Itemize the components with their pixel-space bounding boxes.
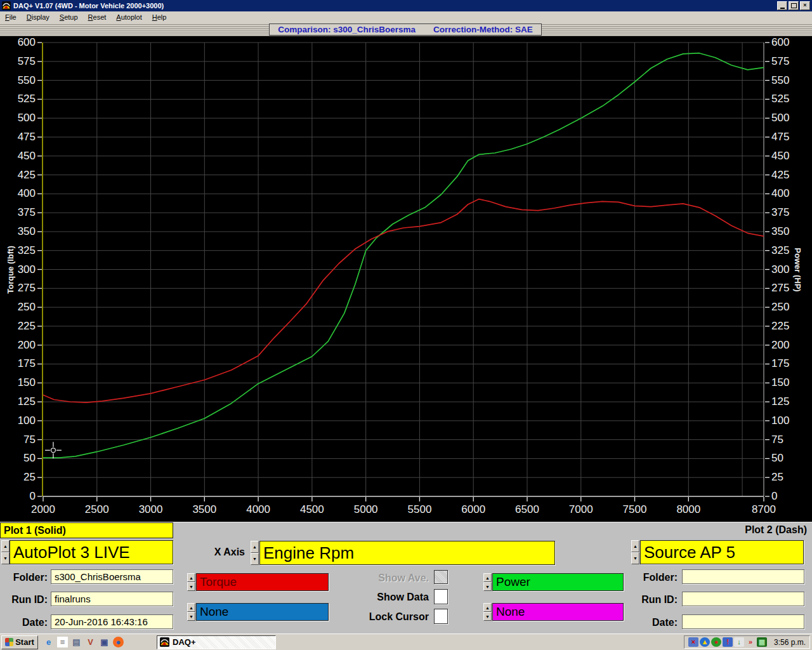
daq-application-window: DAQ+ V1.07 (4WD - Motor Vehicle 2000+300…: [0, 0, 812, 650]
plot2-date-input[interactable]: [682, 614, 804, 629]
y-axis-title-torque: Torque (lbft): [6, 246, 15, 294]
svg-text:400: 400: [18, 187, 36, 199]
windows-logo-icon: [5, 638, 13, 646]
window-switch-icon[interactable]: ▣: [99, 637, 110, 647]
svg-text:350: 350: [18, 225, 36, 237]
svg-text:75: 75: [23, 434, 36, 446]
plot1-date-label: Date:: [0, 617, 48, 628]
plot2-title: Plot 2 (Dash): [685, 524, 807, 536]
plot1-folder-input[interactable]: s300_ChrisBoersma: [51, 569, 173, 584]
show-data-checkbox[interactable]: [434, 589, 448, 604]
plot2-source-field[interactable]: Source AP 5: [640, 540, 804, 564]
menu-bar: FileDisplaySetupResetAutoplotHelp: [0, 11, 812, 23]
svg-text:3000: 3000: [139, 503, 163, 515]
taskbar-clock: 3:56 p.m.: [774, 638, 806, 647]
tray-download-icon[interactable]: ↓: [734, 637, 744, 647]
svg-text:500: 500: [18, 112, 36, 124]
svg-text:525: 525: [771, 93, 789, 105]
menu-item-help[interactable]: Help: [147, 12, 172, 22]
plot1-y1-spinner[interactable]: ▲▼: [187, 573, 195, 591]
menu-item-display[interactable]: Display: [22, 12, 55, 22]
svg-text:525: 525: [18, 93, 36, 105]
tray-offline-icon[interactable]: ×: [688, 637, 698, 647]
svg-text:6000: 6000: [461, 503, 485, 515]
x-axis-spinner[interactable]: ▲▼: [251, 541, 259, 565]
task-button-label: DAQ+: [173, 637, 195, 647]
svg-text:425: 425: [18, 169, 36, 181]
plot2-y2-spinner[interactable]: ▲▼: [483, 603, 492, 621]
menu-item-setup[interactable]: Setup: [55, 12, 83, 22]
plot1-folder-label: Folder:: [0, 572, 48, 583]
tray-network-icon[interactable]: ▦: [757, 637, 767, 647]
svg-text:6500: 6500: [515, 503, 539, 515]
internet-explorer-icon[interactable]: e: [43, 637, 54, 647]
plot-cursor[interactable]: [51, 448, 55, 453]
svg-text:225: 225: [771, 320, 789, 332]
media-list-icon[interactable]: ▤: [71, 637, 82, 647]
plot1-y1-field[interactable]: Torque: [196, 573, 329, 591]
tray-sync-error-icon[interactable]: ●: [711, 637, 721, 647]
plot1-source-spinner[interactable]: ▲▼: [1, 540, 10, 564]
svg-text:175: 175: [771, 357, 789, 369]
paint-tools-icon[interactable]: V: [85, 637, 96, 647]
plot-canvas[interactable]: 0025255050757510010012512515015017517520…: [0, 36, 812, 522]
plot2-runid-input[interactable]: [682, 592, 804, 606]
task-button-daq[interactable]: DAQ+: [157, 635, 276, 649]
plot2-source-spinner[interactable]: ▲▼: [631, 540, 639, 564]
tray-fast-forward-icon[interactable]: »: [745, 637, 756, 647]
system-tray: ×▲●!↓»▦ 3:56 p.m.: [684, 635, 810, 649]
start-button[interactable]: Start: [1, 635, 38, 649]
svg-text:325: 325: [771, 244, 789, 256]
plot1-source-field[interactable]: AutoPlot 3 LIVE: [10, 540, 173, 564]
taskbar: Start e≡▤V▣● DAQ+ ×▲●!↓»▦ 3:56 p.m.: [0, 633, 812, 650]
app-icon: [2, 1, 11, 10]
svg-text:25: 25: [23, 471, 36, 483]
restore-button[interactable]: [789, 1, 799, 10]
tray-globe-warning-icon[interactable]: ▲: [700, 637, 710, 647]
plot2-y1-spinner[interactable]: ▲▼: [483, 573, 492, 591]
comparison-run-label: Comparison: s300_ChrisBoersma: [278, 25, 416, 34]
svg-text:200: 200: [18, 339, 36, 351]
start-button-label: Start: [15, 637, 34, 647]
svg-text:2000: 2000: [31, 503, 55, 515]
plot1-y2-field[interactable]: None: [196, 603, 329, 621]
svg-text:275: 275: [771, 282, 789, 294]
svg-text:250: 250: [771, 301, 789, 313]
plot2-y1-field[interactable]: Power: [492, 573, 624, 591]
svg-text:3500: 3500: [192, 503, 216, 515]
plot2-folder-input[interactable]: [682, 569, 804, 584]
svg-text:425: 425: [771, 169, 789, 181]
svg-text:150: 150: [18, 376, 36, 388]
plot1-runid-input[interactable]: finalruns: [51, 592, 173, 606]
plot2-runid-label: Run ID:: [628, 594, 678, 606]
new-document-icon[interactable]: ≡: [57, 637, 68, 647]
menu-item-file[interactable]: File: [0, 12, 22, 22]
menu-item-autoplot[interactable]: Autoplot: [111, 12, 147, 22]
svg-text:450: 450: [771, 150, 789, 162]
close-button[interactable]: ×: [800, 1, 810, 10]
plot1-y2-spinner[interactable]: ▲▼: [187, 603, 195, 621]
plot1-title: Plot 1 (Solid): [0, 522, 173, 538]
x-axis-field[interactable]: Engine Rpm: [259, 541, 555, 565]
minimize-button[interactable]: [777, 1, 787, 10]
tray-alert-book-icon[interactable]: !: [723, 637, 733, 647]
plot2-date-label: Date:: [628, 617, 678, 628]
plot1-runid-label: Run ID:: [0, 594, 48, 606]
menu-item-reset[interactable]: Reset: [83, 12, 112, 22]
plot1-date-input[interactable]: 20-Jun-2016 16:43:16: [51, 614, 173, 629]
svg-text:7500: 7500: [623, 503, 647, 515]
svg-text:575: 575: [771, 55, 789, 67]
firefox-icon[interactable]: ●: [113, 637, 124, 647]
control-panel: Plot 1 (Solid) Plot 2 (Dash) ▲▼ AutoPlot…: [0, 522, 812, 633]
svg-text:300: 300: [18, 263, 36, 275]
x-axis-label: X Axis: [178, 547, 245, 558]
svg-text:375: 375: [771, 206, 789, 218]
dyno-graph[interactable]: 0025255050757510010012512515015017517520…: [0, 36, 812, 522]
svg-text:7000: 7000: [569, 503, 593, 515]
svg-text:175: 175: [18, 357, 36, 369]
svg-text:150: 150: [771, 376, 789, 388]
svg-text:275: 275: [18, 282, 36, 294]
svg-text:8000: 8000: [676, 503, 700, 515]
plot2-y2-field[interactable]: None: [492, 603, 624, 621]
lock-cursor-checkbox[interactable]: [434, 609, 448, 624]
